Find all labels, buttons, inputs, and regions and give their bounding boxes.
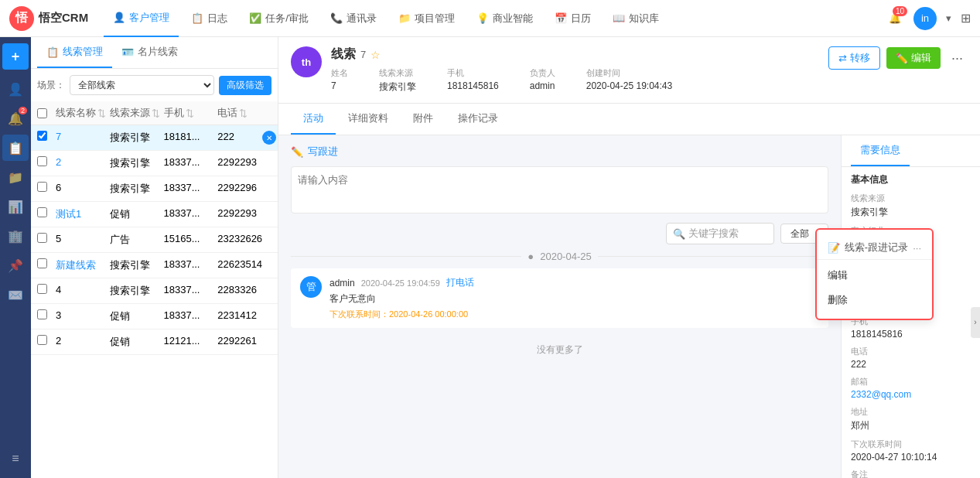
table-row[interactable]: 新建线索 搜索引擎 18337... 22623514 [31,253,278,278]
transfer-button[interactable]: ⇄ 转移 [828,46,880,70]
add-button[interactable]: + [2,43,29,70]
detail-meta: 姓名 7 线索来源 搜索引擎 手机 1818145816 负责人 admin [331,67,819,94]
chevron-down-icon[interactable]: ▾ [946,12,951,24]
table-row[interactable]: 2 促销 12121... 2292261 [31,329,278,355]
search-icon: 🔍 [673,228,685,240]
filter-row: 场景： 全部线索 高级筛选 [31,69,278,101]
left-panel-tabs: 📋 线索管理 🪪 名片线索 [31,37,278,69]
table-row[interactable]: 4 搜索引擎 18337... 2283326 [31,278,278,304]
nav-task[interactable]: ✅ 任务/审批 [240,0,318,37]
expand-handle[interactable]: › [971,307,980,338]
popup-edit-item[interactable]: 编辑 [817,263,932,288]
sidebar-icon-bell[interactable]: 🔔 2 [2,105,29,131]
info-field-tel: 电话 222 [851,346,971,370]
write-icon: ✏️ [291,146,303,158]
row-name: 2 [56,335,110,349]
tab-card-leads[interactable]: 🪪 名片线索 [112,37,187,68]
top-nav: 悟 悟空CRM 👤 客户管理 📋 日志 ✅ 任务/审批 📞 通讯录 📁 项目管理… [0,0,980,37]
popup-close-icon[interactable]: ··· [913,242,921,254]
sidebar-icon-folder[interactable]: 📁 [2,164,29,190]
table-row[interactable]: 测试1 促销 18337... 2292293 [31,202,278,227]
row-checkbox[interactable] [37,131,56,145]
activity-item: 管 admin 2020-04-25 19:04:59 打电话 客户无意向 下次… [291,268,828,328]
close-row-button[interactable]: ✕ [262,131,276,145]
info-panel-tab[interactable]: 需要信息 [851,135,910,166]
activity-search[interactable]: 🔍 关键字搜索 [666,223,774,244]
row-name: 5 [56,233,110,247]
nav-project-icon: 📁 [398,12,411,24]
write-followup-button[interactable]: ✏️ 写跟进 [291,145,828,159]
edit-icon: ✏️ [896,53,908,64]
scene-select[interactable]: 全部线索 [70,75,214,95]
filter-label: 场景： [37,79,65,92]
row-name[interactable]: 测试1 [56,207,110,221]
activity-main: ✏️ 写跟进 🔍 关键字搜索 全部 [278,135,841,478]
select-all-checkbox[interactable] [37,108,47,118]
edit-button[interactable]: ✏️ 编辑 [886,47,941,69]
activity-author: admin [330,278,355,289]
detail-title-area: 线索 7 ☆ 姓名 7 线索来源 搜索引擎 手机 1818145816 [331,46,819,94]
leads-manage-icon: 📋 [46,46,59,58]
header-tel: 电话 ⇅ [217,106,271,120]
popup-delete-item[interactable]: 删除 [817,288,932,312]
table-row[interactable]: 7 搜索引擎 18181... 222 ✕ [31,125,278,151]
table-header: 线索名称 ⇅ 线索来源 ⇅ 手机 ⇅ 电话 ⇅ [31,101,278,125]
row-name[interactable]: 7 [56,131,110,145]
filter-toolbar: 🔍 关键字搜索 全部 [291,223,828,244]
sidebar-icon-chart[interactable]: 📊 [2,193,29,220]
table-row[interactable]: 5 广告 15165... 23232626 [31,227,278,253]
nav-bi-icon: 💡 [476,12,489,24]
info-field-nextcontact: 下次联系时间 2020-04-27 10:10:14 [851,439,971,463]
nav-log[interactable]: 📋 日志 [182,0,237,37]
row-phone: 18181... [164,131,218,145]
sidebar-icon-people[interactable]: 👤 [2,76,29,102]
nav-customer[interactable]: 👤 客户管理 [104,0,179,37]
row-source: 搜索引擎 [110,131,164,145]
tab-attachments[interactable]: 附件 [401,104,446,135]
notification-badge: 10 [893,6,907,16]
card-leads-icon: 🪪 [121,46,134,58]
popup-followup-icon: 📝 [828,242,840,254]
sidebar-icon-building[interactable]: 🏢 [2,223,29,249]
user-avatar[interactable]: in [913,7,937,30]
nav-calendar-icon: 📅 [555,12,567,24]
nav-knowledge[interactable]: 📖 知识库 [603,0,668,37]
write-input[interactable] [298,173,821,204]
activity-action-link[interactable]: 打电话 [446,276,474,289]
nav-right: 🔔 10 in ▾ ⊞ [886,7,971,30]
nav-calendar[interactable]: 📅 日历 [545,0,600,37]
nav-project[interactable]: 📁 项目管理 [389,0,464,37]
header-name: 线索名称 ⇅ [56,106,110,120]
nav-bi[interactable]: 💡 商业智能 [467,0,542,37]
row-name[interactable]: 2 [56,156,110,170]
table-row[interactable]: 6 搜索引擎 18337... 2292296 [31,176,278,202]
nav-knowledge-icon: 📖 [613,12,625,24]
nav-contacts-icon: 📞 [330,12,343,24]
row-name[interactable]: 新建线索 [56,258,110,272]
nav-contacts[interactable]: 📞 通讯录 [321,0,386,37]
tab-leads-manage[interactable]: 📋 线索管理 [37,37,112,68]
activity-time: 2020-04-25 19:04:59 [361,278,440,288]
table-row[interactable]: 3 促销 18337... 2231412 [31,304,278,329]
sidebar-icon-mail[interactable]: ✉️ [2,282,29,308]
detail-header: th 线索 7 ☆ 姓名 7 线索来源 搜索引擎 [278,37,980,104]
tab-operations[interactable]: 操作记录 [446,104,510,135]
meta-source: 线索来源 搜索引擎 [379,67,416,94]
sidebar-icon-menu[interactable]: ≡ [2,446,29,472]
detail-title-row: 线索 7 ☆ [331,46,819,63]
star-icon[interactable]: ☆ [370,49,381,61]
sidebar-icon-pin[interactable]: 📌 [2,252,29,278]
activity-body: 客户无意向 [330,292,819,306]
advanced-filter-button[interactable]: 高级筛选 [219,76,271,95]
activity-avatar: 管 [300,276,322,298]
tab-activity[interactable]: 活动 [291,104,336,135]
header-phone: 手机 ⇅ [164,106,218,120]
more-button[interactable]: ··· [947,47,968,70]
table-row[interactable]: 2 搜索引擎 18337... 2292293 [31,151,278,176]
grid-icon[interactable]: ⊞ [961,11,971,26]
tab-details[interactable]: 详细资料 [336,104,401,135]
notification-button[interactable]: 🔔 10 [886,9,904,27]
logo-area: 悟 悟空CRM [9,6,88,31]
date-divider: ● 2020-04-25 [291,251,828,262]
sidebar-icon-leads[interactable]: 📋 [2,135,29,161]
